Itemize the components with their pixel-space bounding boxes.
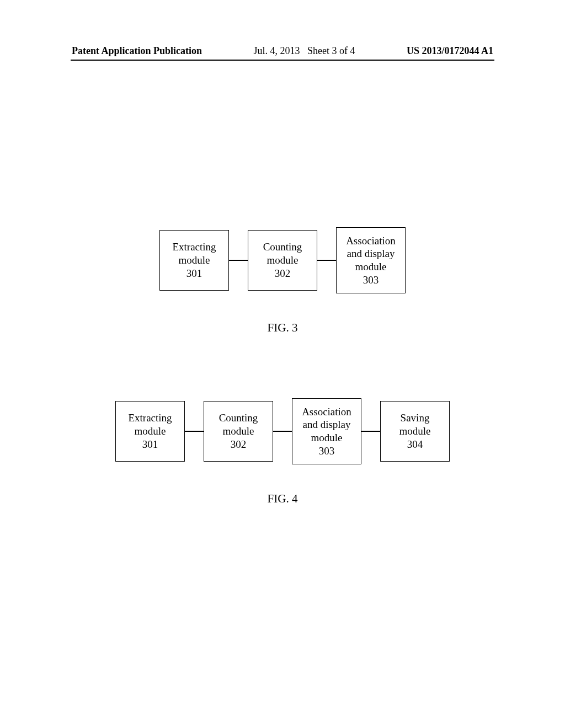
module-line1: Counting — [219, 411, 258, 425]
header-sheet: Sheet 3 of 4 — [307, 45, 355, 56]
connector-line — [361, 431, 380, 432]
figure-4-label: FIG. 4 — [268, 492, 298, 506]
figure-3-diagram: Extracting module 301 Counting module 30… — [159, 227, 406, 293]
module-line1: Extracting — [128, 411, 172, 425]
connector-line — [185, 431, 204, 432]
module-line1: Counting — [263, 240, 302, 254]
header-divider — [71, 60, 494, 61]
module-num: 303 — [319, 445, 335, 458]
association-display-module-box: Association and display module 303 — [336, 227, 406, 293]
module-line2: module — [399, 425, 431, 438]
module-line2: and display — [302, 418, 350, 431]
module-line2: module — [179, 254, 210, 267]
module-num: 301 — [142, 438, 158, 451]
extracting-module-box: Extracting module 301 — [159, 230, 229, 291]
module-num: 302 — [231, 438, 247, 451]
module-num: 304 — [407, 438, 423, 451]
counting-module-box: Counting module 302 — [204, 401, 273, 462]
module-line1: Extracting — [172, 240, 216, 254]
module-num: 303 — [363, 274, 379, 287]
figure-4-diagram: Extracting module 301 Counting module 30… — [115, 398, 450, 464]
counting-module-box: Counting module 302 — [248, 230, 317, 291]
connector-line — [229, 260, 248, 261]
module-line1: Saving — [401, 411, 430, 425]
header-date-sheet: Jul. 4, 2013 Sheet 3 of 4 — [254, 45, 355, 57]
module-num: 301 — [186, 267, 202, 280]
page-header: Patent Application Publication Jul. 4, 2… — [0, 45, 565, 57]
module-line1: Association — [346, 234, 396, 248]
module-line1: Association — [302, 405, 351, 419]
module-line2: module — [267, 254, 299, 267]
connector-line — [317, 260, 336, 261]
saving-module-box: Saving module 304 — [380, 401, 450, 462]
module-line3: module — [355, 260, 387, 274]
association-display-module-box: Association and display module 303 — [292, 398, 361, 464]
header-publication-number: US 2013/0172044 A1 — [407, 45, 493, 57]
module-line2: module — [223, 425, 254, 438]
header-publication-type: Patent Application Publication — [72, 45, 202, 57]
figure-3: Extracting module 301 Counting module 30… — [0, 227, 565, 335]
header-date: Jul. 4, 2013 — [254, 45, 300, 56]
module-num: 302 — [275, 267, 291, 280]
module-line3: module — [311, 431, 343, 445]
module-line2: and display — [347, 247, 395, 260]
figure-3-label: FIG. 3 — [268, 321, 298, 335]
figure-4: Extracting module 301 Counting module 30… — [0, 398, 565, 506]
connector-line — [273, 431, 292, 432]
extracting-module-box: Extracting module 301 — [115, 401, 185, 462]
module-line2: module — [135, 425, 166, 438]
